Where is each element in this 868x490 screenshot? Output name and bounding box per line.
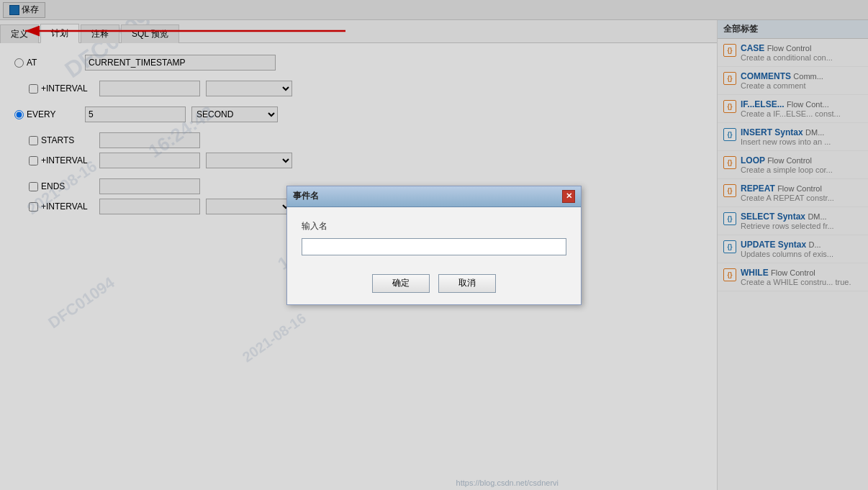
dialog-close-button[interactable]: ✕ [562, 190, 575, 203]
dialog-input-label: 输入名 [302, 220, 566, 232]
dialog-titlebar: 事件名 ✕ [287, 186, 581, 207]
dialog-confirm-button[interactable]: 确定 [372, 274, 430, 293]
dialog-footer: 确定 取消 [287, 267, 581, 304]
modal-overlay: 事件名 ✕ 输入名 确定 取消 [0, 0, 868, 490]
dialog: 事件名 ✕ 输入名 确定 取消 [286, 186, 582, 305]
dialog-title: 事件名 [293, 190, 319, 202]
dialog-cancel-button[interactable]: 取消 [438, 274, 496, 293]
dialog-name-input[interactable] [302, 238, 566, 255]
dialog-body: 输入名 [287, 207, 581, 267]
